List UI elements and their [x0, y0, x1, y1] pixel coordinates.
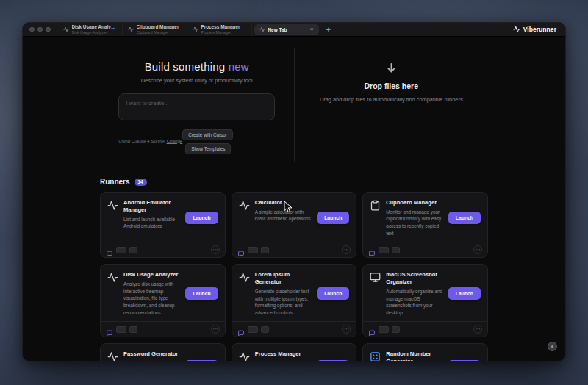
runner-title: Calculator [255, 199, 312, 206]
zoom-window-button[interactable] [46, 27, 51, 32]
launch-button[interactable]: Launch [185, 287, 218, 300]
tab[interactable]: New Tab × [254, 24, 319, 35]
tag-badge [261, 326, 269, 333]
tag-badge [129, 326, 137, 333]
close-window-button[interactable] [29, 27, 35, 32]
runner-description: Analyze disk usage with interactive tree… [123, 281, 180, 316]
pulse-icon [63, 26, 69, 32]
pulse-icon [259, 26, 265, 32]
app-window: Disk Usage Analyzer Disk Usage Analyzer … [22, 22, 566, 361]
runner-card-footer: ⋯ [363, 321, 487, 337]
runner-title: Password Generator [123, 350, 180, 358]
create-with-cursor-button[interactable]: Create with Cursor [182, 129, 233, 140]
top-section: Build something new Describe your system… [100, 37, 488, 173]
runner-description: Automatically organize and manage macOS … [386, 288, 443, 316]
launch-button[interactable]: Launch [185, 360, 218, 361]
runner-icon [370, 200, 381, 211]
more-options-button[interactable]: ⋯ [473, 325, 482, 334]
runners-heading: Runners [100, 178, 130, 186]
more-options-button[interactable]: ⋯ [211, 245, 220, 254]
chat-bubble-icon [106, 326, 113, 333]
runners-count-badge: 14 [135, 179, 147, 186]
tab-title: Clipboard Manager [137, 24, 182, 29]
launch-button[interactable]: Launch [317, 287, 349, 300]
version-badge [116, 247, 126, 253]
arrow-down-icon [385, 62, 398, 74]
builder-actions: Using Claude 4 Sonnet Change Create with… [118, 126, 275, 154]
show-templates-button[interactable]: Show Templates [185, 143, 231, 154]
runner-card: Android Emulator Manager List and launch… [100, 192, 226, 258]
tab-subtitle: Disk Usage Analyzer [72, 30, 117, 35]
tab-subtitle: Process Manager [201, 30, 246, 35]
model-label: Using Claude 4 Sonnet Change [118, 138, 182, 143]
runner-card: Disk Usage Analyzer Analyze disk usage w… [100, 264, 226, 337]
runner-description: List and launch available Android emulat… [123, 216, 180, 230]
launch-button[interactable]: Launch [185, 212, 218, 224]
builder-panel: Build something new Describe your system… [100, 37, 294, 173]
runner-card: Password Generator Generate secure passw… [100, 343, 226, 361]
runner-card-footer: ⋯ [232, 321, 356, 337]
floating-circle-button[interactable] [548, 342, 557, 351]
runner-title: macOS Screenshot Organizer [386, 271, 443, 286]
tab-title: Process Manager [201, 24, 246, 29]
runner-description: Generate placeholder text with multiple … [255, 288, 312, 316]
runner-icon [107, 272, 118, 283]
launch-button[interactable]: Launch [448, 287, 481, 300]
runners-section: Runners 14 Android Emulator Manager List… [100, 178, 488, 361]
runner-description: A simple calculator with basic arithmeti… [255, 209, 312, 223]
launch-button[interactable]: Launch [317, 360, 349, 361]
runner-icon [107, 200, 118, 211]
runner-icon [370, 272, 381, 283]
pulse-icon [193, 26, 198, 32]
version-badge [248, 247, 258, 253]
more-options-button[interactable]: ⋯ [473, 245, 482, 254]
runner-card: macOS Screenshot Organizer Automatically… [362, 264, 488, 337]
builder-subtitle: Describe your system utility or producti… [141, 77, 253, 84]
runner-description: Monitor and manage your clipboard histor… [386, 209, 443, 237]
launch-button[interactable]: Launch [448, 360, 481, 361]
tab[interactable]: Disk Usage Analyzer Disk Usage Analyzer [58, 23, 123, 36]
version-badge [248, 326, 258, 333]
more-options-button[interactable]: ⋯ [211, 325, 220, 334]
tag-badge [392, 247, 400, 253]
runner-title: Process Manager [255, 350, 312, 358]
dropzone-subtitle: Drag and drop files to automatically fin… [315, 96, 467, 104]
runner-card-footer: ⋯ [363, 242, 487, 257]
tab[interactable]: Clipboard Manager Clipboard Manager [123, 23, 187, 36]
tag-badge [392, 326, 400, 333]
new-tab-button[interactable]: + [326, 26, 331, 34]
runners-header: Runners 14 [100, 178, 488, 186]
chat-bubble-icon [368, 247, 376, 253]
chat-bubble-icon [368, 326, 376, 333]
version-badge [116, 326, 126, 333]
brand-label: Viberunner [523, 26, 556, 33]
minimize-window-button[interactable] [37, 27, 43, 32]
runner-card: Lorem Ipsum Generator Generate placehold… [232, 264, 357, 337]
runner-card: Random Number Generator Generate random … [362, 343, 488, 361]
tab-bar: Disk Usage Analyzer Disk Usage Analyzer … [23, 23, 565, 37]
tab-subtitle: Clipboard Manager [137, 30, 182, 35]
tab[interactable]: Process Manager Process Manager [187, 23, 252, 36]
runner-card: Calculator A simple calculator with basi… [232, 192, 357, 258]
create-prompt-input[interactable] [118, 93, 275, 120]
runner-icon [239, 200, 250, 211]
launch-button[interactable]: Launch [448, 212, 481, 224]
close-tab-icon[interactable]: × [310, 26, 314, 32]
more-options-button[interactable]: ⋯ [342, 325, 351, 334]
runner-card-footer: ⋯ [101, 321, 225, 337]
main-content: Build something new Describe your system… [23, 37, 565, 361]
version-badge [379, 247, 389, 253]
drop-zone[interactable]: Drop files here Drag and drop files to a… [295, 37, 489, 173]
runner-icon [370, 351, 381, 361]
window-controls [29, 27, 51, 32]
tab-strip: Disk Usage Analyzer Disk Usage Analyzer … [58, 23, 321, 36]
change-model-link[interactable]: Change [167, 138, 183, 143]
pulse-icon [128, 26, 134, 32]
runner-title: Android Emulator Manager [123, 199, 180, 214]
chat-bubble-icon [237, 326, 245, 333]
runner-title: Disk Usage Analyzer [123, 271, 180, 278]
launch-button[interactable]: Launch [317, 212, 349, 224]
builder-title-accent: new [229, 60, 249, 73]
more-options-button[interactable]: ⋯ [342, 245, 351, 254]
tab-title: Disk Usage Analyzer [72, 24, 117, 29]
